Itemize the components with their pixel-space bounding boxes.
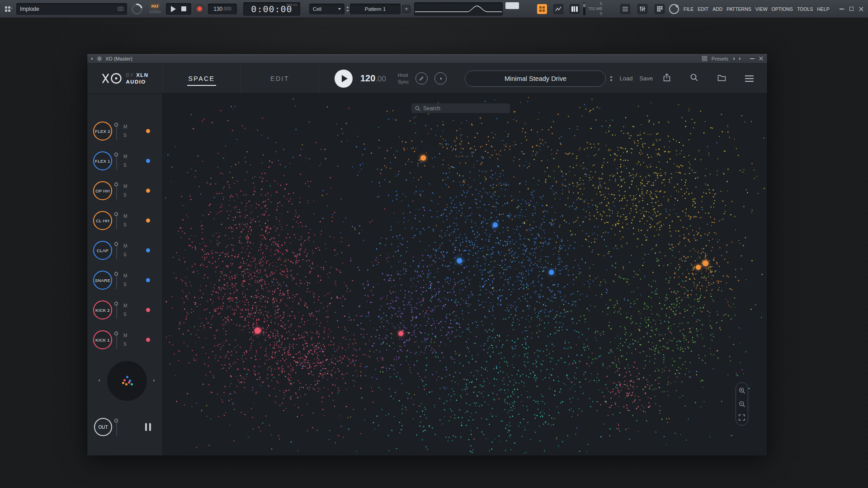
play-button[interactable] xyxy=(171,6,176,12)
preview-play-button[interactable] xyxy=(434,72,447,84)
mute-button-op-hh[interactable]: M xyxy=(123,184,127,189)
solo-button-flex-2[interactable]: S xyxy=(123,133,127,138)
track-fader-snare[interactable] xyxy=(116,271,117,289)
maximize-icon[interactable] xyxy=(849,7,854,11)
hamburger-menu-icon[interactable] xyxy=(745,75,754,82)
preset-prev-icon[interactable] xyxy=(733,57,735,60)
track-fader-kick-1[interactable] xyxy=(116,331,117,349)
fader-knob[interactable] xyxy=(114,272,118,276)
track-fader-kick-2[interactable] xyxy=(116,301,117,319)
pattern-selector[interactable]: Pattern 1 xyxy=(350,4,401,14)
minimap-prev-icon[interactable] xyxy=(98,379,100,382)
menu-item-options[interactable]: OPTIONS xyxy=(772,6,793,12)
browser-icon[interactable] xyxy=(620,4,630,14)
close-icon[interactable] xyxy=(859,7,863,11)
track-select-kick-1[interactable]: KICK 1 xyxy=(93,330,112,349)
sample-search[interactable] xyxy=(411,103,510,113)
solo-button-kick-1[interactable]: S xyxy=(123,342,127,347)
plugin-options-icon[interactable] xyxy=(91,57,93,60)
cell-selector[interactable]: Cell xyxy=(309,4,344,14)
menu-item-tools[interactable]: TOOLS xyxy=(797,6,813,12)
track-fader-flex-1[interactable] xyxy=(116,152,117,170)
fader-knob[interactable] xyxy=(114,123,118,127)
fader-knob[interactable] xyxy=(114,302,118,305)
menu-item-patterns[interactable]: PATTERNS xyxy=(726,6,751,12)
minimap-circle[interactable] xyxy=(107,361,147,401)
minimap-next-icon[interactable] xyxy=(153,379,155,382)
presets-grid-icon[interactable] xyxy=(702,56,707,61)
sync-icon[interactable] xyxy=(669,4,679,14)
mute-button-flex-2[interactable]: M xyxy=(123,124,127,129)
track-select-clap[interactable]: CLAP xyxy=(93,241,112,260)
add-pattern-button[interactable]: + xyxy=(402,5,410,13)
plugin-play-button[interactable] xyxy=(335,70,353,88)
preset-step-arrows[interactable] xyxy=(610,76,613,81)
track-fader-cl-hh[interactable] xyxy=(116,211,117,230)
solo-button-op-hh[interactable]: S xyxy=(123,192,127,197)
step-sequencer-icon[interactable] xyxy=(4,4,14,14)
mixer-icon[interactable] xyxy=(637,4,647,14)
touch-keyboard-icon[interactable] xyxy=(537,4,547,14)
track-select-kick-2[interactable]: KICK 2 xyxy=(93,300,112,319)
zoom-in-icon[interactable] xyxy=(739,387,745,394)
load-button[interactable]: Load xyxy=(619,75,632,82)
tab-edit[interactable]: EDIT xyxy=(241,64,319,93)
fullscreen-icon[interactable] xyxy=(739,414,745,421)
preset-next-icon[interactable] xyxy=(739,57,741,60)
sample-space-canvas[interactable] xyxy=(163,94,767,455)
minimize-icon[interactable] xyxy=(840,9,844,9)
tap-tempo-button[interactable] xyxy=(415,72,428,84)
track-select-cl-hh[interactable]: CL HH xyxy=(93,211,112,230)
time-display[interactable]: 0:00:00 M:S:CS xyxy=(243,2,300,16)
plugin-close-icon[interactable] xyxy=(759,56,763,61)
track-select-flex-2[interactable]: FLEX 2 xyxy=(93,122,112,141)
solo-button-snare[interactable]: S xyxy=(123,282,127,287)
channel-rack-icon[interactable] xyxy=(655,4,665,14)
search-input[interactable] xyxy=(423,105,506,112)
plugin-minimize-icon[interactable] xyxy=(750,58,755,59)
solo-button-cl-hh[interactable]: S xyxy=(123,222,127,227)
track-select-op-hh[interactable]: OP HH xyxy=(93,181,112,200)
solo-button-flex-1[interactable]: S xyxy=(123,163,127,168)
gear-icon[interactable] xyxy=(97,56,102,61)
playlist-icon[interactable] xyxy=(553,4,563,14)
solo-button-kick-2[interactable]: S xyxy=(123,312,127,317)
mute-button-clap[interactable]: M xyxy=(123,244,127,249)
mute-button-snare[interactable]: M xyxy=(123,273,127,278)
out-button[interactable]: OUT xyxy=(94,418,112,436)
record-button[interactable] xyxy=(194,4,204,14)
track-select-snare[interactable]: SNARE xyxy=(93,271,112,290)
plugin-bpm[interactable]: 120.00 xyxy=(360,73,386,84)
mute-button-kick-1[interactable]: M xyxy=(123,333,127,338)
plugin-titlebar[interactable]: XO (Master) Presets xyxy=(87,54,767,64)
menu-item-help[interactable]: HELP xyxy=(817,6,829,12)
track-select-flex-1[interactable]: FLEX 1 xyxy=(93,151,112,170)
hint-bar[interactable]: Implode xyxy=(16,3,127,15)
fader-knob[interactable] xyxy=(114,242,118,246)
save-button[interactable]: Save xyxy=(639,75,653,82)
track-fader-clap[interactable] xyxy=(116,241,117,259)
search-icon[interactable] xyxy=(690,73,698,84)
out-fader[interactable] xyxy=(116,418,117,436)
solo-button-clap[interactable]: S xyxy=(123,252,127,257)
stop-button[interactable] xyxy=(181,6,186,11)
piano-roll-icon[interactable] xyxy=(570,4,580,14)
fader-knob[interactable] xyxy=(114,153,118,156)
fader-knob[interactable] xyxy=(114,332,118,335)
mute-button-flex-1[interactable]: M xyxy=(123,154,127,159)
menu-item-view[interactable]: VIEW xyxy=(755,6,768,12)
fader-knob[interactable] xyxy=(114,212,118,216)
menu-item-add[interactable]: ADD xyxy=(712,6,722,12)
folder-icon[interactable] xyxy=(717,74,726,83)
tab-space[interactable]: SPACE xyxy=(163,64,241,93)
pat-song-toggle[interactable]: PAT SONG xyxy=(147,4,163,14)
tempo-display[interactable]: 130.000 xyxy=(208,4,237,14)
zoom-out-icon[interactable] xyxy=(739,401,745,408)
fader-knob[interactable] xyxy=(114,183,118,186)
fader-knob[interactable] xyxy=(114,419,118,422)
track-fader-op-hh[interactable] xyxy=(116,182,117,200)
preset-selector[interactable]: Minimal Steady Drive xyxy=(465,70,606,87)
mute-button-cl-hh[interactable]: M xyxy=(123,214,127,219)
pause-icon[interactable] xyxy=(145,423,151,431)
export-share-icon[interactable] xyxy=(663,73,671,84)
